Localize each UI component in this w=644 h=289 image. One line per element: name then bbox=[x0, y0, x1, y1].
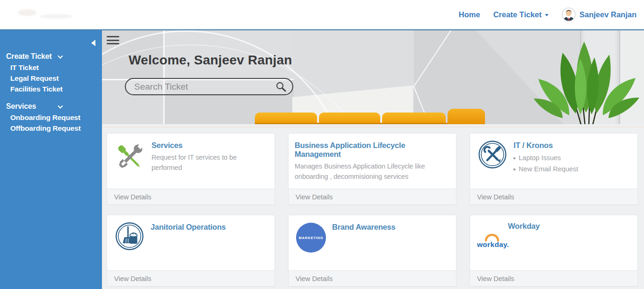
hero-floor-line bbox=[102, 127, 644, 127]
main-content: Welcome, Sanjeev Ranjan bbox=[102, 30, 644, 289]
sidebar-item-legal-request[interactable]: Legal Request bbox=[6, 73, 102, 84]
card-title[interactable]: IT / Kronos bbox=[514, 141, 631, 150]
sidebar: Create Ticket IT Ticket Legal Request Fa… bbox=[0, 30, 102, 289]
plant-image bbox=[530, 30, 641, 124]
user-avatar bbox=[562, 7, 576, 21]
card-description: Manages Business Application Lifecycle l… bbox=[295, 162, 449, 182]
sidebar-section-services[interactable]: Services bbox=[6, 101, 102, 112]
view-details-link[interactable]: View Details bbox=[470, 189, 637, 204]
bullet-icon bbox=[514, 169, 515, 170]
couch-image bbox=[255, 123, 448, 124]
card-business-application-lifecycle: Business Application Lifecycle Managemen… bbox=[288, 133, 456, 205]
view-details-link[interactable]: View Details bbox=[107, 189, 275, 204]
card-services: Services Request for IT services to be p… bbox=[107, 133, 275, 205]
search-icon[interactable] bbox=[275, 81, 287, 92]
view-details-link[interactable]: View Details bbox=[289, 270, 456, 286]
nav-create-ticket-label: Create Ticket bbox=[493, 10, 542, 19]
card-title[interactable]: Workday bbox=[508, 222, 540, 231]
hamburger-menu-icon[interactable] bbox=[107, 36, 119, 47]
chevron-down-icon bbox=[58, 103, 63, 108]
marketing-label: MARKETING bbox=[299, 236, 324, 240]
nav-create-ticket-dropdown[interactable]: Create Ticket bbox=[493, 10, 549, 19]
bullet-icon bbox=[514, 157, 515, 159]
nav-home-link[interactable]: Home bbox=[459, 10, 480, 19]
view-details-link[interactable]: View Details bbox=[107, 270, 275, 286]
welcome-title: Welcome, Sanjeev Ranjan bbox=[129, 53, 292, 68]
service-cards-grid: Services Request for IT services to be p… bbox=[107, 133, 643, 287]
card-description: Request for IT services to be performed bbox=[152, 153, 268, 173]
card-title[interactable]: Services bbox=[152, 141, 268, 150]
ticket-search-input[interactable] bbox=[126, 82, 275, 92]
sidebar-section-create-ticket[interactable]: Create Ticket bbox=[6, 51, 102, 62]
chevron-down-icon bbox=[58, 53, 63, 58]
sidebar-item-offboarding-request[interactable]: Offboarding Request bbox=[6, 123, 102, 134]
svg-text:workday.: workday. bbox=[477, 240, 509, 248]
janitorial-circle-icon bbox=[113, 222, 146, 251]
card-title[interactable]: Business Application Lifecycle Managemen… bbox=[295, 141, 449, 159]
sidebar-item-it-ticket[interactable]: IT Ticket bbox=[6, 62, 102, 73]
ticket-search-bar bbox=[125, 78, 293, 95]
it-kronos-circle-icon bbox=[476, 140, 509, 169]
chair-image bbox=[448, 109, 485, 124]
caret-down-icon bbox=[545, 14, 549, 16]
hero-banner: Welcome, Sanjeev Ranjan bbox=[102, 30, 644, 124]
card-bullet: New Email Request bbox=[514, 164, 631, 175]
user-name: Sanjeev Ranjan bbox=[579, 10, 637, 19]
card-title[interactable]: Brand Awareness bbox=[332, 223, 449, 232]
app-logo bbox=[14, 7, 84, 22]
card-title[interactable]: Janitorial Operations bbox=[151, 223, 268, 232]
card-workday: Workday workday. View Details bbox=[470, 215, 638, 287]
sidebar-section-label: Services bbox=[6, 102, 36, 110]
card-bullet: Laptop Issues bbox=[514, 153, 631, 164]
sidebar-menu: Create Ticket IT Ticket Legal Request Fa… bbox=[0, 30, 102, 134]
top-nav: Home Create Ticket Sanjeev Ranjan bbox=[459, 0, 637, 29]
view-details-link[interactable]: View Details bbox=[289, 189, 456, 204]
card-brand-awareness: MARKETING Brand Awareness View Details bbox=[288, 215, 456, 287]
top-header: Home Create Ticket Sanjeev Ranjan bbox=[0, 0, 644, 29]
sidebar-collapse-icon[interactable] bbox=[91, 40, 95, 46]
tools-icon bbox=[113, 140, 147, 174]
sidebar-item-facilities-ticket[interactable]: Facilities Ticket bbox=[6, 84, 102, 94]
sidebar-section-label: Create Ticket bbox=[6, 52, 52, 60]
user-menu[interactable]: Sanjeev Ranjan bbox=[562, 7, 637, 21]
view-details-link[interactable]: View Details bbox=[470, 270, 637, 286]
card-janitorial-operations: Janitorial Operations View Details bbox=[107, 215, 275, 287]
sidebar-item-onboarding-request[interactable]: Onboarding Request bbox=[6, 112, 102, 123]
marketing-circle-icon: MARKETING bbox=[295, 222, 327, 253]
workday-logo: workday. bbox=[477, 233, 512, 250]
card-it-kronos: IT / Kronos Laptop Issues New Email Requ… bbox=[470, 133, 638, 205]
